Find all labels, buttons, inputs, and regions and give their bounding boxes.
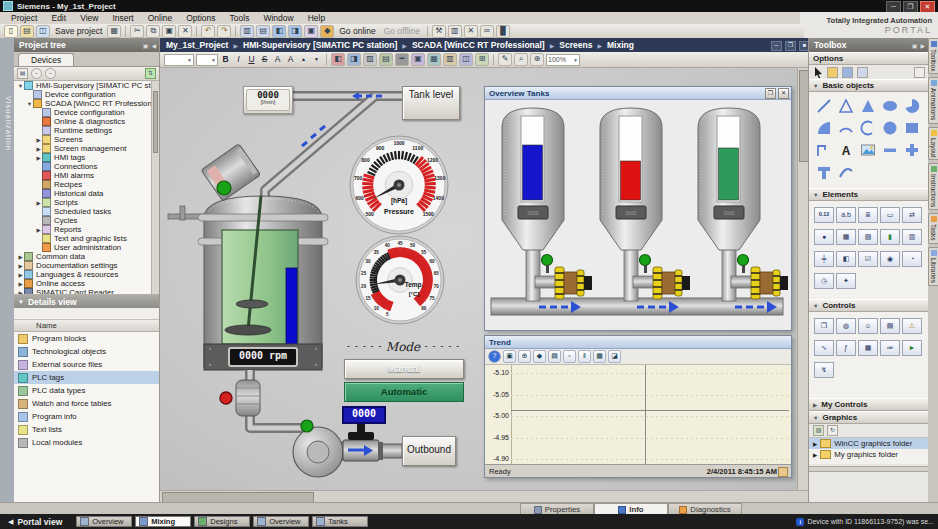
tree-item-historical-data[interactable]: Historical data <box>14 189 159 198</box>
options-more-icon[interactable] <box>914 67 925 78</box>
subscript-icon[interactable]: ▼ <box>311 54 322 65</box>
breadcrumb-item-4[interactable]: Mixing <box>607 40 634 50</box>
zoom-icon[interactable]: ⊕ <box>530 53 544 66</box>
side-tab-instructions[interactable]: Instructions <box>928 163 938 210</box>
tool-graphic-view[interactable]: ▨ <box>857 226 879 248</box>
tree-expander-icon[interactable]: ▼ <box>17 83 24 89</box>
tool-function-trend-view[interactable]: ƒ <box>835 337 857 359</box>
pin-icon[interactable]: ▣ <box>143 42 149 49</box>
zoom-select[interactable]: 100%▼ <box>546 54 580 66</box>
my-controls-header[interactable]: ▶My Controls <box>809 398 928 411</box>
elements-header[interactable]: ▼Elements <box>809 188 928 201</box>
line-color-icon[interactable]: ◨ <box>347 53 361 66</box>
screen-editor-canvas[interactable]: 0000 [l/min] Tank level 5006007008009001… <box>160 68 808 490</box>
side-tab-layout[interactable]: Layout <box>928 127 938 161</box>
tree-filter-icon[interactable]: ▤ <box>17 68 28 79</box>
collapse-panel-icon[interactable]: ◀ <box>151 42 156 49</box>
tree-item-cycles[interactable]: Cycles <box>14 216 159 225</box>
tool-text-field[interactable]: A <box>835 139 857 161</box>
tool-line[interactable] <box>813 95 835 117</box>
save-project-label[interactable]: Save project <box>52 26 105 36</box>
details-item-local-modules[interactable]: Local modules <box>14 436 159 449</box>
tool-status-indicator[interactable]: ◧ <box>835 248 857 270</box>
tree-expander-icon[interactable]: ▶ <box>17 290 24 296</box>
taskbar-tab-overview-0[interactable]: Overview <box>76 516 132 527</box>
menu-tools[interactable]: Tools <box>223 13 257 23</box>
tree-item-simatic-card-reader[interactable]: ▶SIMATIC Card Reader <box>14 288 159 295</box>
tree-expander-icon[interactable]: ▶ <box>35 155 42 161</box>
tool-round-button[interactable]: ● <box>813 226 835 248</box>
split-editor-icon[interactable]: ═ <box>480 25 494 38</box>
tool-plus[interactable] <box>901 139 923 161</box>
details-item-plc-tags[interactable]: PLC tags <box>14 371 159 384</box>
tree-expander-icon[interactable]: ▶ <box>35 137 42 143</box>
superscript-icon[interactable]: ▲ <box>298 54 309 65</box>
trend-print-icon[interactable]: ▦ <box>593 350 606 363</box>
tool-elliptical-arc[interactable] <box>857 117 879 139</box>
trend-help-icon[interactable]: ? <box>488 350 501 363</box>
underline-button[interactable]: U <box>246 54 257 65</box>
font-family-select[interactable]: ▼ <box>164 54 194 66</box>
visualization-strip-label[interactable]: Visualization <box>1 96 13 151</box>
outbound-button[interactable]: Outbound <box>402 436 456 466</box>
tool-ellipse[interactable] <box>879 95 901 117</box>
menu-project[interactable]: Project <box>4 13 44 23</box>
tool-circle-segment[interactable] <box>813 117 835 139</box>
close-all-icon[interactable]: ✕ <box>464 25 478 38</box>
edit-points-icon[interactable]: ✎ <box>498 53 512 66</box>
tool-arc[interactable] <box>835 117 857 139</box>
taskbar-tab-overview-3[interactable]: Overview <box>253 516 309 527</box>
toolbox-pin-icon[interactable]: ▣ <box>912 42 918 49</box>
side-tab-toolbox[interactable]: Toolbox <box>928 38 938 74</box>
snap-icon[interactable]: ⊞ <box>475 53 489 66</box>
redo-icon[interactable]: ↷ <box>217 25 231 38</box>
tree-item-text-and-graphic-lists[interactable]: Text and graphic lists <box>14 234 159 243</box>
tree-expander-icon[interactable]: ▶ <box>35 227 42 233</box>
tool-polygon[interactable] <box>835 95 857 117</box>
tool-slider[interactable]: ╪ <box>813 248 835 270</box>
font-color-button[interactable]: A <box>272 54 283 65</box>
tool-switch[interactable]: ⇄ <box>901 204 923 226</box>
menu-window[interactable]: Window <box>256 13 300 23</box>
bold-button[interactable]: B <box>220 54 231 65</box>
tree-item-device-configuration[interactable]: Device configuration <box>14 90 159 99</box>
tool-triangle[interactable] <box>857 95 879 117</box>
tree-item-screen-management[interactable]: ▶Screen management <box>14 144 159 153</box>
details-item-technological-objects[interactable]: Technological objects <box>14 345 159 358</box>
download-icon[interactable]: ▤ <box>256 25 270 38</box>
folder-expander-icon[interactable]: ▶ <box>813 452 817 458</box>
tool-date-time-field[interactable]: ▦ <box>835 226 857 248</box>
overview-tanks-titlebar[interactable]: Overview Tanks ❐ ✕ <box>485 87 791 100</box>
line-width-icon[interactable]: ━ <box>395 53 409 66</box>
tool-channel-diagnose[interactable]: ↯ <box>813 359 835 381</box>
tool-graphic-view[interactable] <box>857 139 879 161</box>
menu-view[interactable]: View <box>73 13 105 23</box>
tool-rectangle[interactable] <box>901 117 923 139</box>
tool-polyline[interactable] <box>813 139 835 161</box>
menu-insert[interactable]: Insert <box>105 13 140 23</box>
italic-button[interactable]: I <box>233 54 244 65</box>
menu-edit[interactable]: Edit <box>44 13 73 23</box>
go-online-button[interactable]: Go online <box>336 26 378 36</box>
cursor-icon[interactable] <box>814 67 823 78</box>
tree-item-recipes[interactable]: Recipes <box>14 180 159 189</box>
graphics-link-icon[interactable]: ▨ <box>813 425 824 436</box>
tree-item-common-data[interactable]: ▶Common data <box>14 252 159 261</box>
frame-icon[interactable]: ▣ <box>411 53 425 66</box>
tool-symbolic-io-field[interactable]: a.b <box>835 204 857 226</box>
menu-online[interactable]: Online <box>141 13 180 23</box>
window-layout-icon[interactable]: ▐▌ <box>496 25 510 38</box>
tool-media-player[interactable]: ► <box>901 337 923 359</box>
trend-columns-icon[interactable]: ▤ <box>548 350 561 363</box>
tool-button[interactable]: ▭ <box>879 204 901 226</box>
trend-ruler-vertical[interactable] <box>645 365 646 464</box>
tool-screen-window[interactable]: ❐ <box>813 315 835 337</box>
tool-recipe-view[interactable]: ▤ <box>879 315 901 337</box>
tree-item-online-access[interactable]: ▶Online access <box>14 279 159 288</box>
tree-item-user-administration[interactable]: User administration <box>14 243 159 252</box>
open-icon[interactable]: ▤ <box>20 25 34 38</box>
tree-item-screens[interactable]: ▶Screens <box>14 135 159 144</box>
tank-level-button[interactable]: Tank level <box>402 86 460 120</box>
overview-close-icon[interactable]: ✕ <box>778 88 789 99</box>
go-offline-button[interactable]: Go offline <box>381 26 423 36</box>
